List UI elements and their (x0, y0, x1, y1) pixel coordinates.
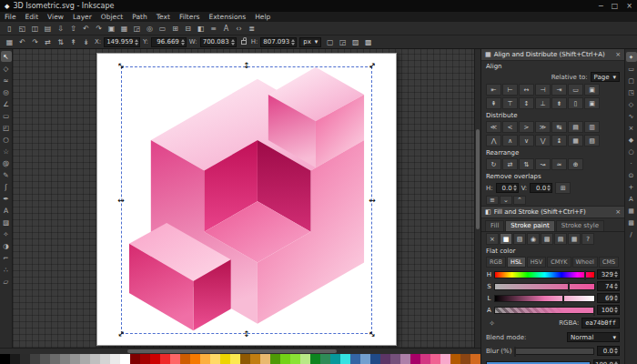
tool-star[interactable]: ☆ (1, 146, 12, 157)
exchange-zorder-button[interactable]: ⇅ (519, 158, 534, 170)
tool-3dbox[interactable]: ◰ (1, 122, 12, 133)
raise-icon[interactable]: ↟ (67, 36, 79, 47)
palette-swatch[interactable] (50, 354, 60, 364)
tool-rectangle[interactable]: ▭ (1, 110, 12, 121)
palette-swatch[interactable] (380, 354, 390, 364)
tool-connector[interactable]: ⌐ (1, 252, 12, 263)
palette-swatch[interactable] (20, 354, 30, 364)
redo-icon[interactable]: ↷ (93, 23, 105, 34)
document-page[interactable]: ↔ ↔ ↔ ↔ ↕ ↕ ↔ ↔ (96, 53, 397, 346)
palette-swatch[interactable] (420, 354, 430, 364)
center-vertical-button[interactable]: ↕ (519, 97, 534, 109)
distribute-left-button[interactable]: ≪ (486, 121, 501, 133)
y-stepper[interactable] (181, 39, 185, 46)
align-panel-close-icon[interactable]: × (615, 51, 621, 58)
affect-corners-icon[interactable]: ◲ (337, 36, 349, 47)
rgba-value-field[interactable]: ea74b0ff (581, 318, 620, 329)
palette-swatch[interactable] (80, 354, 90, 364)
tool-spiral[interactable]: @ (1, 157, 12, 168)
palette-swatch[interactable] (390, 354, 400, 364)
randomize-button[interactable]: ≈ (551, 158, 567, 170)
linear-gradient-button[interactable]: ▧ (513, 233, 526, 245)
opacity-slider[interactable] (486, 361, 591, 364)
snap-guide-icon[interactable]: ∕ (626, 229, 637, 239)
tool-zoom[interactable]: ◎ (1, 86, 12, 97)
relative-to-dropdown[interactable]: Page ▾ (591, 72, 620, 82)
tab-fill[interactable]: Fill (485, 220, 504, 231)
menu-item[interactable]: Path (127, 13, 151, 21)
palette-swatch[interactable] (360, 354, 370, 364)
y-field[interactable]: 96.669 (151, 37, 187, 47)
affect-gradient-icon[interactable]: ▨ (349, 36, 361, 47)
flip-vertical-icon[interactable]: ⇅ (55, 36, 66, 47)
align-text-h-button[interactable]: ▭ (568, 84, 583, 96)
palette-swatch[interactable] (200, 354, 210, 364)
scale-handle-e[interactable]: ↔ (368, 196, 377, 205)
overlap-v-field[interactable]: 0.0 (530, 183, 552, 193)
distribute-node-v-button[interactable]: ▧ (584, 135, 600, 147)
distribute-center-v-button[interactable]: ∧ (502, 135, 518, 147)
menu-item[interactable]: Extensions (204, 13, 250, 21)
palette-swatch[interactable] (110, 354, 120, 364)
distribute-gaps-h-button[interactable]: ≫ (535, 121, 551, 133)
palette-swatch[interactable] (350, 354, 360, 364)
align-left-edge-button[interactable]: ⇤ (486, 84, 501, 96)
palette-swatch[interactable] (90, 354, 100, 364)
tool-paint-bucket[interactable]: ◑ (1, 240, 12, 251)
menu-item[interactable]: Text (152, 13, 175, 21)
fill-stroke-dialog-icon[interactable]: ◧ (195, 23, 207, 34)
align-anchor-h-button[interactable]: ▣ (584, 84, 600, 96)
palette-swatch[interactable] (220, 354, 230, 364)
snap-path-icon[interactable]: ∿ (626, 111, 637, 121)
distribute-text-v-button[interactable]: ▦ (568, 135, 583, 147)
flip-horizontal-icon[interactable]: ⇄ (42, 36, 54, 47)
hue-slider[interactable]: H 329 (481, 268, 624, 280)
snap-bbox-icon[interactable]: ▭ (626, 64, 637, 74)
tool-pencil[interactable]: ✎ (1, 169, 12, 180)
save-icon[interactable]: ◫ (29, 23, 41, 34)
xml-editor-icon[interactable]: ‹› (233, 23, 245, 34)
swatch-button[interactable]: ▤ (554, 233, 567, 245)
snap-bbox-corner-icon[interactable]: ◳ (626, 87, 637, 97)
slider-marker[interactable] (593, 306, 595, 316)
snap-intersection-icon[interactable]: × (626, 123, 637, 133)
palette-swatch[interactable] (160, 354, 170, 364)
lock-ratio-icon[interactable] (241, 40, 247, 45)
palette-swatch[interactable] (460, 354, 470, 364)
slider-track[interactable] (494, 307, 595, 314)
palette-swatch[interactable] (130, 354, 140, 364)
radial-gradient-button[interactable]: ◉ (527, 233, 540, 245)
slider-marker[interactable] (584, 270, 586, 280)
align-top-button[interactable]: ⊤ (502, 97, 518, 109)
slider-spinbox[interactable]: 100 (597, 305, 620, 315)
vertical-scrollbar-thumb[interactable] (476, 129, 480, 229)
color-picker-icon[interactable]: ✧ (486, 318, 498, 329)
group-icon[interactable]: ⊞ (169, 23, 181, 34)
slider-spinbox[interactable]: 74 (597, 281, 620, 291)
blur-slider-marker[interactable] (514, 347, 516, 357)
snap-rotation-center-icon[interactable]: + (626, 182, 637, 192)
export-icon[interactable]: ⇧ (67, 23, 79, 34)
copy-icon[interactable]: ▣ (106, 23, 117, 34)
distribute-gaps-v-button[interactable]: ⋁ (535, 135, 551, 147)
tool-selector[interactable]: ↖ (1, 51, 12, 62)
snap-bbox-edge-icon[interactable]: ▢ (626, 76, 637, 86)
snap-toggle-icon[interactable]: ⌖ (626, 52, 637, 62)
distribute-node-h-button[interactable]: ▥ (584, 121, 600, 133)
text-dialog-icon[interactable]: A (220, 23, 232, 34)
palette-swatch[interactable] (100, 354, 110, 364)
tool-eraser[interactable]: ▱ (1, 276, 12, 287)
panel-collapse-button[interactable]: ⌄ (500, 196, 512, 205)
menu-item[interactable]: Layer (68, 13, 96, 21)
distribute-top-button[interactable]: ⋀ (486, 135, 501, 147)
snap-nodes-icon[interactable]: ◇ (626, 99, 637, 109)
rotate-cw-icon[interactable]: ↷ (29, 36, 41, 47)
align-bottom-edge-button[interactable]: ⇟ (551, 97, 567, 109)
tool-tweak[interactable]: ≈ (1, 75, 12, 86)
rearrange-graph-button[interactable]: ↻ (486, 158, 501, 170)
snap-text-baseline-icon[interactable]: A (626, 194, 637, 204)
horizontal-scrollbar-thumb[interactable] (127, 349, 337, 353)
slider-marker[interactable] (568, 282, 570, 292)
palette-swatch[interactable] (70, 354, 80, 364)
unclump-button[interactable]: ⊕ (568, 158, 583, 170)
